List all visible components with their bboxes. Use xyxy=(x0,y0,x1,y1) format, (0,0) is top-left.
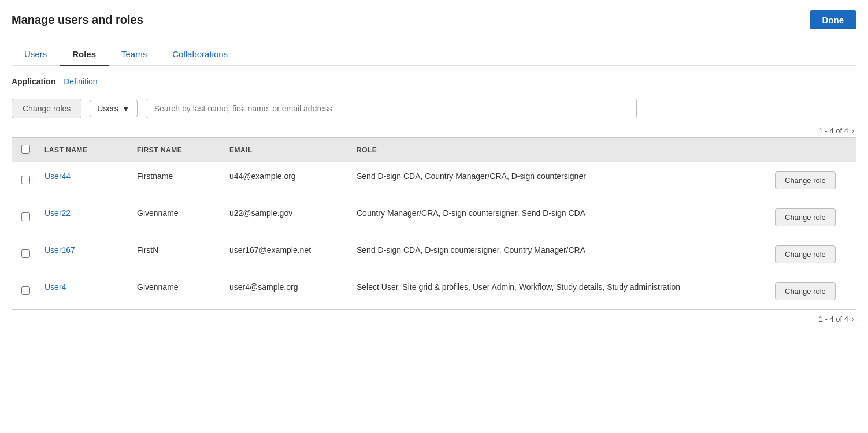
row-checkbox-user4[interactable] xyxy=(21,286,30,295)
row-action: Change role xyxy=(769,162,856,199)
row-last-name: User167 xyxy=(39,236,131,273)
row-first-name: Givenname xyxy=(131,199,224,236)
row-email: user167@example.net xyxy=(224,236,351,273)
row-first-name: FirstN xyxy=(131,236,224,273)
row-checkbox-user167[interactable] xyxy=(21,249,30,258)
row-email: u44@example.org xyxy=(224,162,351,199)
row-role: Country Manager/CRA, D-sign countersigne… xyxy=(351,199,769,236)
table-row: User44 Firstname u44@example.org Send D-… xyxy=(12,162,856,199)
row-role: Send D-sign CDA, D-sign countersigner, C… xyxy=(351,236,769,273)
row-checkbox-cell xyxy=(12,273,39,310)
row-role: Send D-sign CDA, Country Manager/CRA, D-… xyxy=(351,162,769,199)
column-header-role: ROLE xyxy=(351,138,769,162)
column-header-email: EMAIL xyxy=(224,138,351,162)
next-page-icon-bottom[interactable]: › xyxy=(852,315,854,323)
column-header-action xyxy=(769,138,856,162)
row-checkbox-cell xyxy=(12,162,39,199)
change-role-button-user22[interactable]: Change role xyxy=(775,208,836,226)
users-table: LAST NAME FIRST NAME EMAIL ROLE User44 F… xyxy=(12,137,856,310)
toolbar: Change roles Users ▼ xyxy=(12,99,856,118)
tab-teams[interactable]: Teams xyxy=(109,43,159,66)
table-header-row: LAST NAME FIRST NAME EMAIL ROLE xyxy=(12,138,856,162)
row-email: user4@sample.org xyxy=(224,273,351,310)
tab-users[interactable]: Users xyxy=(12,43,60,66)
column-header-last-name: LAST NAME xyxy=(39,138,131,162)
sub-tabs: Application Definition xyxy=(12,74,856,88)
row-last-name: User4 xyxy=(39,273,131,310)
row-email: u22@sample.gov xyxy=(224,199,351,236)
pagination-top-text: 1 - 4 of 4 xyxy=(819,126,848,135)
column-header-check xyxy=(12,138,39,162)
user-link-user44[interactable]: User44 xyxy=(44,171,71,181)
sub-tab-definition[interactable]: Definition xyxy=(64,74,105,88)
row-action: Change role xyxy=(769,199,856,236)
pagination-bottom: 1 - 4 of 4 › xyxy=(12,315,856,323)
tab-roles[interactable]: Roles xyxy=(60,43,109,66)
sub-tab-application[interactable]: Application xyxy=(12,74,64,88)
user-link-user167[interactable]: User167 xyxy=(44,245,75,255)
change-role-button-user4[interactable]: Change role xyxy=(775,282,836,300)
row-last-name: User22 xyxy=(39,199,131,236)
table-row: User167 FirstN user167@example.net Send … xyxy=(12,236,856,273)
change-role-button-user167[interactable]: Change role xyxy=(775,245,836,263)
row-first-name: Firstname xyxy=(131,162,224,199)
row-action: Change role xyxy=(769,273,856,310)
main-tabs: Users Roles Teams Collaborations xyxy=(12,43,856,66)
user-link-user4[interactable]: User4 xyxy=(44,282,66,292)
pagination-top: 1 - 4 of 4 › xyxy=(12,126,856,135)
change-roles-button[interactable]: Change roles xyxy=(12,99,81,118)
filter-label: Users xyxy=(97,104,118,113)
tab-collaborations[interactable]: Collaborations xyxy=(159,43,240,66)
table-row: User4 Givenname user4@sample.org Select … xyxy=(12,273,856,310)
row-checkbox-cell xyxy=(12,199,39,236)
row-last-name: User44 xyxy=(39,162,131,199)
change-role-button-user44[interactable]: Change role xyxy=(775,171,836,189)
pagination-bottom-text: 1 - 4 of 4 xyxy=(819,315,848,323)
row-checkbox-user22[interactable] xyxy=(21,212,30,221)
row-checkbox-user44[interactable] xyxy=(21,176,30,184)
table-row: User22 Givenname u22@sample.gov Country … xyxy=(12,199,856,236)
row-action: Change role xyxy=(769,236,856,273)
column-header-first-name: FIRST NAME xyxy=(131,138,224,162)
search-input[interactable] xyxy=(146,99,637,118)
select-all-checkbox[interactable] xyxy=(21,145,30,154)
next-page-icon-top[interactable]: › xyxy=(852,126,854,135)
row-role: Select User, Site grid & profiles, User … xyxy=(351,273,769,310)
page-title: Manage users and roles xyxy=(12,13,143,27)
row-first-name: Givenname xyxy=(131,273,224,310)
row-checkbox-cell xyxy=(12,236,39,273)
filter-dropdown[interactable]: Users ▼ xyxy=(90,100,137,117)
done-button[interactable]: Done xyxy=(810,10,857,29)
user-link-user22[interactable]: User22 xyxy=(44,208,71,218)
chevron-down-icon: ▼ xyxy=(122,104,130,113)
